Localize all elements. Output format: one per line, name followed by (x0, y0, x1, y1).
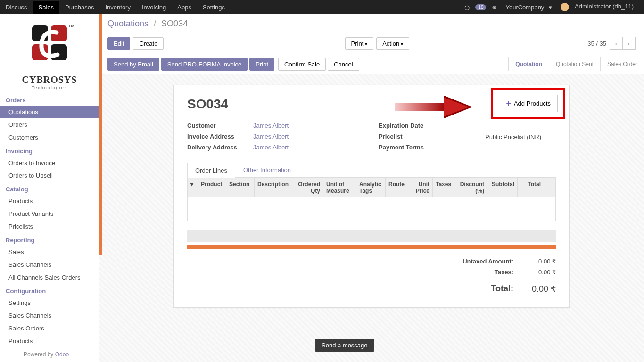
customer-link[interactable]: James Albert (253, 122, 289, 129)
orange-divider (187, 245, 556, 249)
section-catalog: Catalog (0, 182, 99, 195)
summary-bar (187, 230, 556, 242)
status-quotation-sent[interactable]: Quotation Sent (549, 57, 600, 71)
action-dropdown[interactable]: Action (376, 37, 409, 50)
col-taxes[interactable]: Taxes (433, 178, 456, 197)
sidebar-item-orders-to-upsell[interactable]: Orders to Upsell (0, 169, 99, 182)
col-total[interactable]: Total (518, 178, 544, 197)
customer-label: Customer (187, 122, 253, 129)
tab-other-information[interactable]: Other Information (235, 162, 299, 177)
payment-terms-label: Payment Terms (379, 144, 445, 151)
col-unit-of-measure[interactable]: Unit of Measure (323, 178, 356, 197)
create-button[interactable]: Create (133, 37, 164, 50)
svg-marker-7 (444, 98, 469, 116)
section-orders: Orders (0, 93, 99, 106)
sidebar-item-sales-channels[interactable]: Sales Channels (0, 258, 99, 271)
sidebar-item-all-channels-sales-orders[interactable]: All Channels Sales Orders (0, 271, 99, 284)
sidebar-item-products[interactable]: Products (0, 195, 99, 207)
invoice-address-label: Invoice Address (187, 133, 253, 140)
company-switcher[interactable]: YourCompany ▾ (503, 4, 552, 11)
edit-button[interactable]: Edit (107, 37, 130, 50)
expiration-label: Expiration Date (379, 122, 445, 129)
odoo-link[interactable]: Odoo (55, 351, 69, 358)
sidebar-item-sales-channels[interactable]: Sales Channels (0, 309, 99, 322)
nav-purchases[interactable]: Purchases (59, 1, 99, 14)
nav-inventory[interactable]: Inventory (99, 1, 136, 14)
col-analytic-tags[interactable]: Analytic Tags (356, 178, 386, 197)
sidebar-item-customers[interactable]: Customers (0, 131, 99, 144)
orange-accent-bar (99, 14, 102, 255)
sidebar-item-settings[interactable]: Settings (0, 296, 99, 309)
untaxed-amount: 0.00 ₹ (523, 258, 556, 265)
invoice-address-link[interactable]: James Albert (253, 133, 289, 140)
messages-badge[interactable]: 10 (475, 4, 486, 10)
debug-icon[interactable]: ⋇ (492, 4, 497, 11)
section-configuration: Configuration (0, 284, 99, 296)
order-lines-body[interactable] (187, 197, 556, 221)
col-product[interactable]: Product (198, 178, 226, 197)
user-menu[interactable]: Administrator (db_11) (558, 3, 636, 11)
sidebar-item-orders-to-invoice[interactable]: Orders to Invoice (0, 156, 99, 169)
add-products-button[interactable]: + Add Products (499, 95, 558, 112)
send-message-tooltip: Send a message (315, 339, 374, 352)
total-label: Total: (419, 284, 513, 294)
section-invoicing: Invoicing (0, 144, 99, 156)
status-quotation[interactable]: Quotation (508, 57, 549, 71)
send-email-button[interactable]: Send by Email (107, 58, 159, 71)
pricelist-link[interactable]: Public Pricelist (INR) (485, 133, 541, 140)
col-ordered-qty[interactable]: Ordered Qty (294, 178, 323, 197)
top-navigation: DiscussSalesPurchasesInventoryInvoicingA… (0, 0, 644, 14)
col-description[interactable]: Description (255, 178, 294, 197)
sidebar-item-pricelists[interactable]: Pricelists (0, 220, 99, 233)
section-reporting: Reporting (0, 233, 99, 246)
pager-next-button[interactable]: › (622, 37, 636, 50)
send-proforma-button[interactable]: Send PRO-FORMA Invoice (161, 58, 248, 71)
svg-text:TM: TM (68, 24, 74, 28)
sidebar-item-quotations[interactable]: Quotations (0, 106, 99, 118)
sidebar: TM CYBROSYS Technologies OrdersQuotation… (0, 14, 99, 362)
taxes-label: Taxes: (419, 269, 513, 276)
cancel-button[interactable]: Cancel (328, 58, 359, 71)
status-sales-order[interactable]: Sales Order (600, 57, 644, 71)
breadcrumb-current: SO034 (161, 19, 188, 28)
untaxed-label: Untaxed Amount: (419, 258, 513, 265)
svg-rect-3 (51, 44, 67, 60)
print-button[interactable]: Print (249, 58, 274, 71)
logo: TM CYBROSYS Technologies (0, 14, 99, 93)
sidebar-item-orders[interactable]: Orders (0, 118, 99, 131)
col-unit-price[interactable]: Unit Price (409, 178, 433, 197)
tab-order-lines[interactable]: Order Lines (187, 163, 235, 178)
sidebar-item-sales-orders[interactable]: Sales Orders (0, 322, 99, 335)
pager-prev-button[interactable]: ‹ (610, 37, 623, 50)
col-subtotal[interactable]: Subtotal (487, 178, 518, 197)
nav-discuss[interactable]: Discuss (0, 1, 33, 14)
plus-icon: + (506, 99, 511, 108)
activity-icon[interactable]: ◷ (464, 4, 470, 11)
content-area: Quotations / SO034 Edit Create Print Act… (99, 14, 644, 362)
powered-by: Powered by Odoo (0, 347, 99, 358)
nav-apps[interactable]: Apps (172, 1, 197, 14)
sidebar-item-products[interactable]: Products (0, 335, 99, 347)
nav-settings[interactable]: Settings (197, 1, 231, 14)
breadcrumb-root[interactable]: Quotations (107, 19, 149, 28)
nav-sales[interactable]: Sales (33, 1, 60, 14)
annotation-arrow (395, 94, 475, 122)
form-sheet: + Add Products SO034 CustomerJames Alber… (173, 85, 570, 308)
total-amount: 0.00 ₹ (523, 284, 556, 294)
sidebar-item-product-variants[interactable]: Product Variants (0, 207, 99, 220)
taxes-amount: 0.00 ₹ (523, 269, 556, 276)
col-route[interactable]: Route (386, 178, 409, 197)
sidebar-item-sales[interactable]: Sales (0, 246, 99, 258)
delivery-address-label: Delivery Address (187, 144, 253, 151)
col-discount-[interactable]: Discount (%) (456, 178, 487, 197)
pricelist-label: Pricelist (379, 133, 445, 140)
confirm-sale-button[interactable]: Confirm Sale (278, 58, 326, 71)
svg-rect-5 (395, 103, 446, 111)
print-dropdown[interactable]: Print (345, 37, 374, 50)
nav-invoicing[interactable]: Invoicing (136, 1, 172, 14)
col-section[interactable]: Section (226, 178, 255, 197)
pager-text: 35 / 35 (587, 40, 606, 47)
col-handle[interactable]: ▾ (188, 178, 198, 197)
breadcrumb: Quotations / SO034 (107, 19, 188, 29)
delivery-address-link[interactable]: James Albert (253, 144, 289, 151)
